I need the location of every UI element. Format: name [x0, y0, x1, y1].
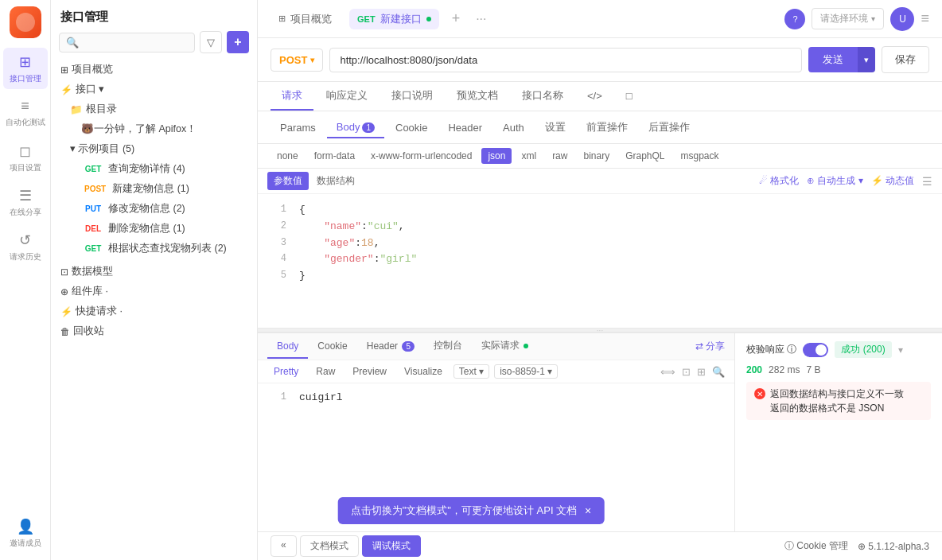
- editor-tab-params-values[interactable]: 参数值: [267, 172, 309, 190]
- code-editor[interactable]: 1 { 2 "name":"cui", 3 "age":18, 4 "gende…: [258, 194, 942, 328]
- tree-put-pet[interactable]: PUT 修改宠物信息 (2): [56, 199, 252, 219]
- resp-tab-body[interactable]: Body: [267, 335, 308, 359]
- app-info-button[interactable]: ⊕ 5.1.12-alpha.3: [858, 541, 929, 552]
- help-button[interactable]: ?: [784, 9, 805, 29]
- user-avatar[interactable]: U: [890, 7, 914, 31]
- send-button[interactable]: 发送: [808, 47, 858, 72]
- nav-tab-code[interactable]: </>: [576, 84, 613, 110]
- env-selector[interactable]: 请选择环境 ▾: [812, 8, 884, 29]
- validate-chevron[interactable]: ▾: [898, 344, 903, 356]
- response-right: 校验响应 ⓘ 成功 (200) ▾ 200 282 ms 7 B ✕ 返回数据结…: [735, 333, 942, 531]
- tooltip-close-button[interactable]: ×: [585, 504, 591, 517]
- body-type-form-data[interactable]: form-data: [308, 148, 361, 164]
- debug-mode-button[interactable]: 调试模式: [362, 535, 421, 557]
- nav-tab-interface-desc[interactable]: 接口说明: [380, 82, 444, 111]
- req-tab-settings[interactable]: 设置: [535, 116, 575, 138]
- doc-mode-button[interactable]: 文档模式: [300, 535, 359, 557]
- tooltip-text: 点击切换为"文档模式"，可更方便地设计 API 文档: [351, 504, 577, 518]
- tree-get-pet-list[interactable]: GET 根据状态查找宠物列表 (2): [56, 239, 252, 259]
- add-tab-button[interactable]: +: [449, 10, 464, 27]
- search-input[interactable]: [82, 37, 188, 48]
- tree-item-label: 接口 ▾: [76, 83, 104, 96]
- req-tab-body[interactable]: Body1: [327, 117, 384, 138]
- search-resp-icon[interactable]: 🔍: [712, 366, 725, 378]
- tree-post-pet[interactable]: POST 新建宠物信息 (1): [56, 179, 252, 199]
- body-type-binary[interactable]: binary: [577, 148, 616, 164]
- sidebar-item-request-history[interactable]: ↺ 请求历史: [3, 226, 48, 267]
- url-input[interactable]: [329, 48, 802, 72]
- cookie-mgmt-button[interactable]: ⓘ Cookie 管理: [784, 539, 848, 553]
- resp-tab-console[interactable]: 控制台: [424, 333, 472, 360]
- req-tab-header[interactable]: Header: [438, 118, 492, 138]
- nav-tabs: 请求 响应定义 接口说明 预览文档 接口名称 </> □: [258, 82, 942, 111]
- body-type-urlencoded[interactable]: x-www-form-urlencoded: [364, 148, 478, 164]
- menu-icon[interactable]: ≡: [921, 10, 929, 27]
- validate-toggle[interactable]: [803, 343, 828, 357]
- tree-del-pet[interactable]: DEL 删除宠物信息 (1): [56, 219, 252, 239]
- tree-components[interactable]: ⊕ 组件库 ·: [56, 282, 252, 301]
- nav-tab-preview-doc[interactable]: 预览文档: [446, 82, 509, 111]
- tree-recycle[interactable]: 🗑 回收站: [56, 321, 252, 341]
- body-type-msgpack[interactable]: msgpack: [675, 148, 726, 164]
- format-preview[interactable]: Preview: [346, 364, 393, 379]
- tree-apifox-doc[interactable]: 🐻一分钟，了解 Apifox！: [56, 119, 252, 139]
- req-tab-post-op[interactable]: 后置操作: [639, 116, 699, 138]
- components-icon: ⊕: [60, 286, 68, 298]
- collapse-button[interactable]: «: [271, 535, 297, 557]
- download-icon[interactable]: ⊞: [697, 366, 706, 378]
- sidebar-item-invite-members[interactable]: 👤 邀请成员: [3, 512, 48, 554]
- text-format-selector[interactable]: Text ▾: [453, 364, 489, 379]
- sidebar-item-project-settings[interactable]: ◻ 项目设置: [3, 137, 48, 178]
- resp-tab-actual-request[interactable]: 实际请求: [472, 333, 538, 360]
- format-visualize[interactable]: Visualize: [398, 364, 449, 379]
- tree-project-overview[interactable]: ⊞ 项目概览: [56, 60, 252, 80]
- body-type-json[interactable]: json: [481, 148, 512, 164]
- resp-tab-header[interactable]: Header 5: [357, 335, 424, 359]
- sidebar-item-interface-mgmt[interactable]: ⊞ 接口管理: [3, 48, 48, 89]
- format-button[interactable]: ☄ 格式化: [759, 174, 799, 188]
- auto-gen-button[interactable]: ⊕ 自动生成 ▾: [807, 174, 863, 188]
- req-tab-cookie[interactable]: Cookie: [386, 118, 437, 138]
- editor-more-icon[interactable]: ☰: [922, 175, 932, 188]
- sidebar-item-auto-test[interactable]: ≡ 自动化测试: [3, 92, 48, 134]
- resp-tab-cookie[interactable]: Cookie: [308, 335, 356, 359]
- tree-quick-request[interactable]: ⚡ 快捷请求 ·: [56, 301, 252, 321]
- body-type-xml[interactable]: xml: [515, 148, 543, 164]
- format-raw[interactable]: Raw: [309, 364, 341, 379]
- req-tab-auth[interactable]: Auth: [493, 118, 534, 138]
- tab-new-interface[interactable]: GET 新建接口: [349, 9, 439, 29]
- method-selector[interactable]: POST ▾: [271, 49, 323, 72]
- wrap-icon[interactable]: ⟺: [660, 366, 675, 378]
- env-label: 请选择环境: [820, 12, 868, 25]
- format-pretty[interactable]: Pretty: [267, 364, 305, 379]
- header-count-badge: 5: [402, 341, 415, 352]
- tree-root-folder[interactable]: 📁 根目录: [56, 99, 252, 119]
- dynamic-val-button[interactable]: ⚡ 动态值: [871, 174, 914, 188]
- tree-example-project[interactable]: ▾ 示例项目 (5): [56, 139, 252, 159]
- nav-tab-response-def[interactable]: 响应定义: [315, 82, 379, 111]
- tree-data-model[interactable]: ⊡ 数据模型: [56, 262, 252, 282]
- tree-interface-group[interactable]: ⚡ 接口 ▾: [56, 80, 252, 99]
- encoding-selector[interactable]: iso-8859-1 ▾: [494, 364, 558, 379]
- req-tab-pre-op[interactable]: 前置操作: [577, 116, 637, 138]
- body-type-raw[interactable]: raw: [546, 148, 574, 164]
- req-tab-params[interactable]: Params: [271, 118, 325, 138]
- copy-icon[interactable]: ⊡: [682, 366, 691, 378]
- save-button[interactable]: 保存: [882, 46, 929, 73]
- filter-button[interactable]: ▽: [200, 31, 222, 53]
- sidebar-item-online-share[interactable]: ☰ 在线分享: [3, 181, 48, 223]
- tree-get-pet-detail[interactable]: GET 查询宠物详情 (4): [56, 159, 252, 179]
- send-dropdown-button[interactable]: ▾: [858, 47, 875, 72]
- more-tabs-button[interactable]: ···: [473, 12, 489, 26]
- nav-tab-interface-name[interactable]: 接口名称: [511, 82, 574, 111]
- nav-tab-request[interactable]: 请求: [271, 82, 313, 111]
- editor-area: 参数值 数据结构 ☄ 格式化 ⊕ 自动生成 ▾ ⚡ 动态值 ☰ 1 { 2: [258, 169, 942, 328]
- body-type-none[interactable]: none: [271, 148, 305, 164]
- editor-tab-data-structure[interactable]: 数据结构: [310, 172, 361, 190]
- nav-tab-more[interactable]: □: [615, 84, 644, 110]
- add-button[interactable]: +: [227, 31, 249, 53]
- share-button[interactable]: ⇄ 分享: [695, 340, 725, 353]
- tab-project-overview[interactable]: ⊞ 项目概览: [271, 9, 340, 29]
- body-type-graphql[interactable]: GraphQL: [619, 148, 671, 164]
- recycle-icon: 🗑: [60, 326, 70, 337]
